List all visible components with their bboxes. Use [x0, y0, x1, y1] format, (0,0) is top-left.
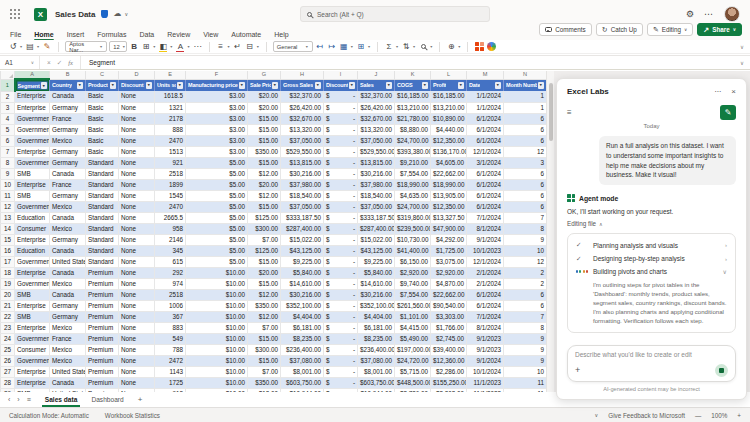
zoom-out-button[interactable]: — — [695, 412, 701, 419]
autosum-icon[interactable]: Σ — [384, 41, 394, 52]
paste-icon[interactable]: ▤ — [25, 41, 35, 52]
cell[interactable]: SMB — [15, 289, 50, 300]
cell[interactable]: None — [119, 256, 155, 267]
cell[interactable]: $16,185.00 — [395, 91, 431, 102]
cell[interactable]: France — [50, 113, 86, 124]
cell[interactable]: $5.00 — [186, 157, 248, 168]
cell[interactable]: $12.00 — [248, 190, 281, 201]
filter-dropdown-icon[interactable]: ▾ — [538, 82, 545, 89]
cell[interactable]: Premium — [86, 355, 119, 366]
cell[interactable]: Enterprise — [15, 267, 50, 278]
cell[interactable]: 1/1/2024 — [467, 91, 504, 102]
cell[interactable]: $13,815.00 — [281, 157, 324, 168]
cell[interactable]: Standard — [86, 179, 119, 190]
app-launcher-icon[interactable] — [10, 9, 20, 19]
cell[interactable]: $16,185.00 — [431, 91, 467, 102]
find-caret-icon[interactable]: ▾ — [430, 44, 432, 49]
row-header-23[interactable]: 23 — [1, 322, 15, 333]
cell[interactable]: $10.00 — [186, 278, 248, 289]
cell[interactable]: 2 — [504, 267, 547, 278]
cell[interactable]: $- — [324, 355, 358, 366]
cell[interactable]: Standard — [86, 223, 119, 234]
cell[interactable]: Enterprise — [15, 102, 50, 113]
cell[interactable]: Enterprise — [15, 300, 50, 311]
cell[interactable]: $236,400.00 — [358, 344, 395, 355]
cell[interactable]: $32,370.00 — [358, 91, 395, 102]
cell[interactable]: Canada — [50, 289, 86, 300]
step-chevron-icon[interactable]: › — [725, 256, 727, 262]
row-header-11[interactable]: 11 — [1, 190, 15, 201]
cell[interactable]: $5.00 — [186, 212, 248, 223]
cell[interactable]: 615 — [155, 256, 186, 267]
row-header-2[interactable]: 2 — [1, 91, 15, 102]
cell[interactable]: Enterprise — [15, 366, 50, 377]
row-header-25[interactable]: 25 — [1, 344, 15, 355]
cell[interactable]: $- — [324, 234, 358, 245]
agent-step-done[interactable]: ✓Planning analysis and visuals› — [576, 241, 727, 249]
cell[interactable]: $- — [324, 190, 358, 201]
cell[interactable]: $4,440.00 — [431, 124, 467, 135]
cell[interactable]: None — [119, 223, 155, 234]
cell[interactable]: Standard — [86, 201, 119, 212]
cell[interactable]: Mexico — [50, 135, 86, 146]
cell[interactable]: None — [119, 333, 155, 344]
cell[interactable]: $8,880.00 — [395, 124, 431, 135]
formula-input[interactable]: Segment — [81, 59, 115, 66]
cell[interactable]: $10.00 — [186, 311, 248, 322]
cell[interactable]: $7.00 — [248, 322, 281, 333]
cell[interactable]: $2,745.00 — [431, 333, 467, 344]
cell[interactable]: $12.00 — [248, 311, 281, 322]
filter-dropdown-icon[interactable]: ▾ — [77, 82, 84, 89]
cell[interactable]: $15.00 — [248, 355, 281, 366]
cell[interactable]: $10.00 — [186, 366, 248, 377]
sort-caret-icon[interactable]: ▾ — [413, 44, 415, 49]
cell[interactable]: $5,715.00 — [395, 366, 431, 377]
cell[interactable]: $14,610.00 — [281, 278, 324, 289]
cell[interactable]: $5.00 — [186, 223, 248, 234]
cell[interactable]: $13,327.50 — [431, 212, 467, 223]
column-header-G[interactable]: G — [248, 71, 281, 79]
cell[interactable]: $22,662.00 — [431, 289, 467, 300]
cell[interactable]: 10/1/2024 — [467, 366, 504, 377]
cell[interactable]: None — [119, 245, 155, 256]
cell[interactable]: $18,990.00 — [431, 179, 467, 190]
cell[interactable]: $448,500.00 — [395, 377, 431, 388]
cell[interactable]: $393,380.00 — [395, 146, 431, 157]
cell[interactable]: None — [119, 135, 155, 146]
row-header-26[interactable]: 26 — [1, 355, 15, 366]
cell[interactable]: 3/1/2024 — [467, 157, 504, 168]
number-format-select[interactable]: General▾ — [273, 41, 313, 52]
filter-dropdown-icon[interactable]: ▾ — [495, 82, 502, 89]
row-header-10[interactable]: 10 — [1, 179, 15, 190]
cell[interactable]: $15,022.00 — [358, 234, 395, 245]
cell[interactable]: None — [119, 212, 155, 223]
merge-cells-icon[interactable]: ⊟ — [245, 41, 255, 52]
menu-data[interactable]: Data — [139, 31, 154, 38]
header-cell-sales[interactable]: Sales▾ — [358, 79, 395, 91]
sheet-list-icon[interactable]: ≡ — [27, 396, 31, 403]
cell[interactable]: $- — [324, 102, 358, 113]
titlebar-more-icon[interactable]: ⋯ — [704, 9, 714, 19]
editing-mode-button[interactable]: ✎ Editing ∨ — [647, 23, 693, 36]
cell[interactable]: 367 — [155, 311, 186, 322]
cell[interactable]: Germany — [50, 157, 86, 168]
agent-step-active[interactable]: Building pivots and charts∨ — [576, 268, 727, 275]
cell[interactable]: Education — [15, 245, 50, 256]
cell[interactable]: Basic — [86, 124, 119, 135]
cell[interactable]: $333,187.50 — [358, 212, 395, 223]
column-header-J[interactable]: J — [358, 71, 395, 79]
cell[interactable]: Germany — [50, 124, 86, 135]
cell[interactable]: 1618.5 — [155, 91, 186, 102]
cell[interactable]: Mexico — [50, 223, 86, 234]
spreadsheet-grid[interactable]: ABCDEFGHIJKLMN1Segment▾Country▾Product▾D… — [0, 71, 546, 392]
cell[interactable]: $24,720.00 — [395, 355, 431, 366]
cell[interactable]: $37,980.00 — [358, 179, 395, 190]
cell[interactable]: Germany — [50, 146, 86, 157]
cell[interactable]: Enterprise — [15, 322, 50, 333]
cell[interactable]: $32,670.00 — [281, 113, 324, 124]
cell[interactable]: $41,400.00 — [395, 245, 431, 256]
cell[interactable]: $12,350.00 — [431, 135, 467, 146]
cell[interactable]: $3.00 — [186, 113, 248, 124]
cell[interactable]: $- — [324, 124, 358, 135]
cell[interactable]: 1725 — [155, 377, 186, 388]
